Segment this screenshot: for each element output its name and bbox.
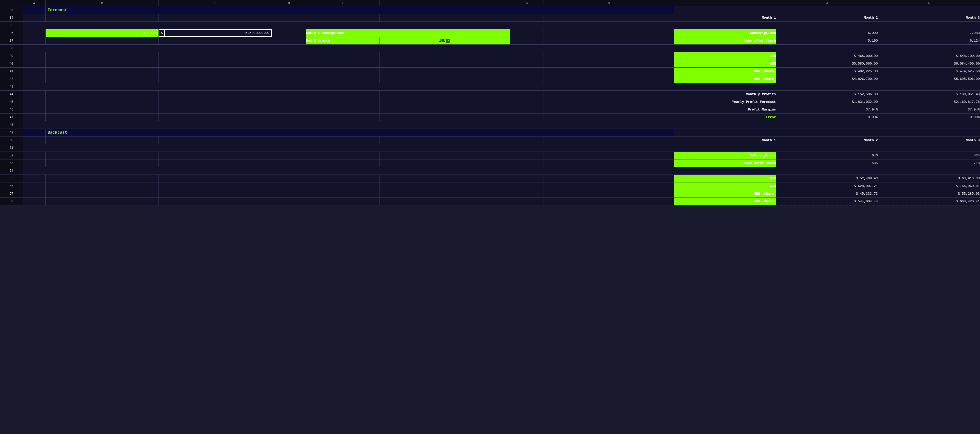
row-num-58: 58 [0, 198, 23, 205]
mrr-churn-label: MRR (Churn) [674, 68, 776, 75]
cell-47f [380, 113, 510, 121]
profit-margins-label: Profit Margins [674, 106, 776, 113]
row-num-33: 33 [0, 6, 23, 14]
row-39: 39 MRR $ 465,000.00 $ 548,700.00 [0, 52, 980, 60]
backcast-mrr-m2: $ 63,913.33 [878, 175, 980, 183]
backcast-subs-churn-m1: 585 [776, 159, 878, 167]
cell-37d [272, 37, 306, 45]
cell-41b [45, 68, 159, 75]
cell-41e [306, 68, 380, 75]
error-m2: 0.00% [878, 113, 980, 121]
error-label: Error [674, 113, 776, 121]
cell-45g [510, 98, 544, 106]
cell-33i [674, 6, 776, 14]
cell-47c [159, 113, 272, 121]
row-num-35: 35 [0, 22, 23, 29]
cell-37h [544, 37, 674, 45]
mrr-m1: $ 465,000.00 [776, 52, 878, 60]
col-header-h: H [544, 0, 674, 6]
cell-58f [380, 198, 510, 205]
dropdown-arrow-icon[interactable]: ▼ [446, 39, 450, 43]
mom-dropdown-cell[interactable]: 18% ▼ [380, 37, 510, 45]
backcast-arr-churn-label: ARR (Churn) [674, 198, 776, 205]
cell-58b [45, 198, 159, 205]
row-num-55: 55 [0, 175, 23, 183]
cell-57f [380, 190, 510, 198]
subs-churn-m1: 5,190 [776, 37, 878, 45]
arr-label: ARR [674, 60, 776, 68]
forecast-title-cell: Forecast [45, 6, 674, 14]
error-m1: 0.00% [776, 113, 878, 121]
cell-50d [272, 137, 306, 144]
cell-58h [544, 198, 674, 205]
col-header-c: C [159, 0, 272, 6]
cell-58d [272, 198, 306, 205]
row-num-48: 48 [0, 121, 23, 129]
cell-49i [674, 129, 776, 137]
mom-value: 18% [439, 39, 445, 43]
backcast-mrr-churn-m1: $ 45,333.73 [776, 190, 878, 198]
baseline-label: Baseline [45, 29, 159, 37]
cell-46f [380, 106, 510, 113]
corner-cell [0, 0, 23, 6]
cell-39b [45, 52, 159, 60]
baseline-amount[interactable]: 5,580,000.00 [165, 29, 272, 37]
cell-50c [159, 137, 272, 144]
cell-33a [23, 6, 45, 14]
cell-37b [45, 37, 159, 45]
cell-39a [23, 52, 45, 60]
backcast-subs-churn-label: Subs after Churn [674, 159, 776, 167]
col-header-a: A [23, 0, 45, 6]
cell-49a [23, 129, 45, 137]
cell-51-empty [23, 144, 980, 152]
cell-46b [45, 106, 159, 113]
row-num-52: 52 [0, 152, 23, 159]
mrr-label: MRR [674, 52, 776, 60]
cell-44f [380, 91, 510, 98]
row-33: 33 Forecast [0, 6, 980, 14]
cell-55d [272, 175, 306, 183]
row-44: 44 Monthly Profits $ 152,586.00 $ 180,05… [0, 91, 980, 98]
cell-46d [272, 106, 306, 113]
cell-40c [159, 60, 272, 68]
row-51: 51 [0, 144, 980, 152]
cell-55b [45, 175, 159, 183]
cell-56b [45, 183, 159, 190]
cell-33k [878, 6, 980, 14]
cell-36c-dollar: $ 5,580,000.00 [159, 29, 272, 37]
col-header-e: E [306, 0, 380, 6]
subscriptions-m1: 6,000 [776, 29, 878, 37]
cell-47g [510, 113, 544, 121]
row-num-34: 34 [0, 14, 23, 22]
row-46: 46 Profit Margins 37.94% 37.94% [0, 106, 980, 113]
cell-53a [23, 159, 45, 167]
cell-40f [380, 60, 510, 68]
forecast-month3-header: Month 3 [878, 14, 980, 22]
monthly-profits-m2: $ 180,051.48 [878, 91, 980, 98]
cell-44e [306, 91, 380, 98]
cell-52c [159, 152, 272, 159]
arr-m2: $6,584,400.00 [878, 60, 980, 68]
row-num-44: 44 [0, 91, 23, 98]
arr-m1: $5,580,000.00 [776, 60, 878, 68]
arr-churn-label: ARR (Churn) [674, 75, 776, 83]
backcast-arr-churn-m2: $ 663,420.41 [878, 198, 980, 205]
cell-49k [878, 129, 980, 137]
cell-57e [306, 190, 380, 198]
cell-52e [306, 152, 380, 159]
cell-35-empty [23, 22, 980, 29]
cell-58a [23, 198, 45, 205]
cell-34a [23, 14, 45, 22]
row-num-47: 47 [0, 113, 23, 121]
row-num-49: 49 [0, 129, 23, 137]
mom-dropdown[interactable]: 18% ▼ [380, 37, 510, 45]
cell-42e [306, 75, 380, 83]
row-50: 50 Month 1 Month 2 Month 3 [0, 137, 980, 144]
row-55: 55 MRR $ 52,408.93 $ 63,913.33 [0, 175, 980, 183]
goals-header: Goals & Assumptions [306, 29, 510, 37]
cell-41h [544, 68, 674, 75]
cell-50f [380, 137, 510, 144]
subscriptions-label: Subscriptions [674, 29, 776, 37]
row-54: 54 [0, 167, 980, 175]
cell-34d [272, 14, 306, 22]
